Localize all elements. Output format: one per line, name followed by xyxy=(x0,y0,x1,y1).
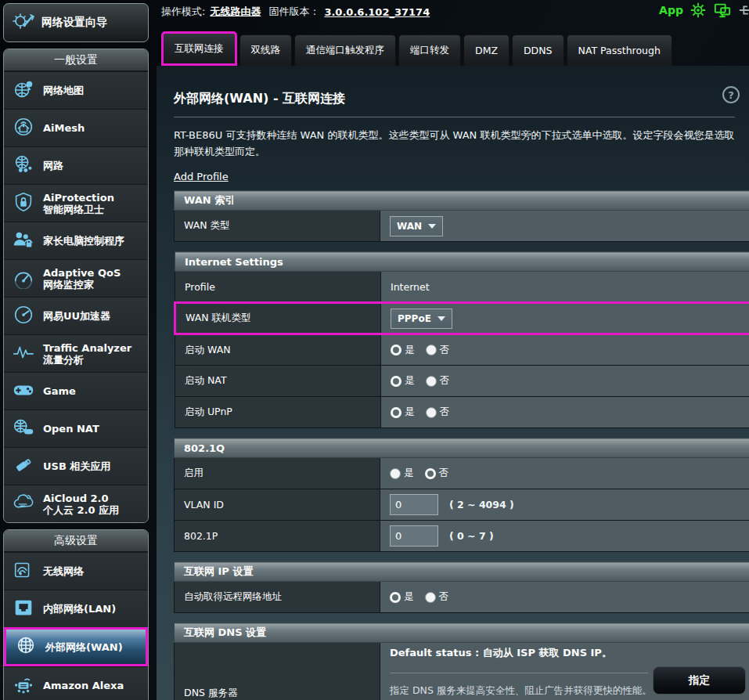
page-description: RT-BE86U 可支持数种连结 WAN 的联机类型。这些类型可从 WAN 联机… xyxy=(174,127,737,160)
profile-value: Internet xyxy=(381,272,749,303)
vlan-id-range-hint: ( 2 ~ 4094 ) xyxy=(449,499,514,511)
radio-selected xyxy=(390,592,401,603)
sidebar-item-lan[interactable]: 内部网络(LAN) xyxy=(4,590,148,627)
sidebar-section-advanced-header: 高级设置 xyxy=(4,530,148,552)
tab-port-trigger[interactable]: 通信端口触发程序 xyxy=(294,34,396,66)
enable-nat-no-option[interactable]: 否 xyxy=(426,374,450,388)
page-title: 外部网络(WAN) - 互联网连接 xyxy=(174,91,743,107)
sidebar-item-label: Game xyxy=(43,385,76,397)
section-header-wan-ip: 互联网 IP 设置 xyxy=(175,562,749,582)
divider xyxy=(390,673,648,673)
enable-nat-yes-option[interactable]: 是 xyxy=(391,374,415,388)
wan-type-selected-value: WAN xyxy=(397,221,422,232)
wan-globe-icon xyxy=(14,633,38,660)
sidebar-item-parental-controls[interactable]: 家长电脑控制程序 xyxy=(4,222,148,259)
sidebar-item-usb-apps[interactable]: USB 相关应用 xyxy=(4,447,148,485)
cloud-icon xyxy=(12,491,35,518)
radio-unselected xyxy=(426,407,437,418)
sidebar-item-aimesh[interactable]: AiMesh xyxy=(4,109,148,146)
enable-upnp-yes-option[interactable]: 是 xyxy=(391,406,415,419)
operation-mode-link[interactable]: 无线路由器 xyxy=(210,5,261,19)
app-link[interactable]: App xyxy=(659,4,683,16)
dot1q-table: 802.1Q 启用 是 否 VLAN ID ( 2 ~ 4094 ) xyxy=(174,438,749,552)
sidebar-item-aicloud[interactable]: AiCloud 2.0个人云 2.0 应用 xyxy=(4,485,148,522)
sidebar-item-label: 家长电脑控制程序 xyxy=(43,235,124,247)
tab-dual-wan[interactable]: 双线路 xyxy=(239,34,293,66)
parental-controls-icon xyxy=(12,228,35,254)
firmware-version-link[interactable]: 3.0.0.6.102_37174 xyxy=(324,6,430,18)
radio-unselected xyxy=(426,376,437,387)
sidebar-item-uu-accelerator[interactable]: 网易UU加速器 xyxy=(4,297,148,334)
wan-type-dropdown[interactable]: WAN xyxy=(390,216,443,236)
wan-connection-type-dropdown[interactable]: PPPoE xyxy=(391,309,452,329)
tab-ddns[interactable]: DDNS xyxy=(512,34,564,66)
add-profile-link[interactable]: Add Profile xyxy=(174,171,229,182)
dot1q-no-option[interactable]: 否 xyxy=(425,467,449,480)
sidebar-item-network-map[interactable]: 网络地图 xyxy=(4,71,148,109)
enable-upnp-no-option[interactable]: 否 xyxy=(426,406,450,419)
sidebar-item-wireless[interactable]: 无线网络 xyxy=(4,552,148,590)
dot1q-enable-radio-group: 是 否 xyxy=(390,467,741,480)
section-header-internet-settings: Internet Settings xyxy=(175,252,749,272)
sidebar-group-general: 一般设置 网络地图 AiMesh 网路 AiProtection智能网络卫士 家… xyxy=(3,49,149,523)
open-nat-icon xyxy=(12,416,35,442)
alexa-device-icon xyxy=(12,673,35,699)
lan-port-icon xyxy=(12,596,35,622)
tab-dmz[interactable]: DMZ xyxy=(463,34,510,66)
auto-ip-label: 自动取得远程网络地址 xyxy=(175,582,380,613)
setup-wizard-icon xyxy=(10,9,35,37)
sidebar-item-label: AiMesh xyxy=(43,122,85,134)
dot1p-label: 802.1P xyxy=(175,521,380,552)
tab-nat-passthrough[interactable]: NAT Passthrough xyxy=(567,34,672,66)
sidebar-item-wan[interactable]: 外部网络(WAN) xyxy=(4,627,148,666)
auto-ip-yes-option[interactable]: 是 xyxy=(390,590,414,604)
sidebar-item-aiprotection[interactable]: AiProtection智能网络卫士 xyxy=(4,184,148,222)
wireless-icon xyxy=(12,558,35,585)
sidebar-item-adaptive-qos[interactable]: Adaptive QoS网络监控家 xyxy=(4,259,148,297)
auto-ip-radio-group: 是 否 xyxy=(390,590,741,604)
section-header-wan-dns: 互联网 DNS 设置 xyxy=(175,623,749,643)
section-header-8021q: 802.1Q xyxy=(175,438,749,458)
enable-wan-label: 启动 WAN xyxy=(175,334,381,366)
sidebar-item-label: AiProtection智能网络卫士 xyxy=(43,192,114,215)
dns-default-status: Default status : 自动从 ISP 获取 DNS IP。 xyxy=(390,646,741,660)
enable-wan-radio-group: 是 否 xyxy=(391,344,740,357)
radio-unselected xyxy=(390,468,401,479)
sidebar: 网络设置向导 一般设置 网络地图 AiMesh 网路 AiProtection智… xyxy=(3,3,149,700)
network-map-icon xyxy=(12,78,35,104)
sidebar-item-traffic-analyzer[interactable]: Traffic Analyzer流量分析 xyxy=(4,334,148,372)
sidebar-item-amazon-alexa[interactable]: Amazon Alexa xyxy=(4,666,148,700)
sidebar-section-general-header: 一般设置 xyxy=(4,49,148,71)
usb-drive-icon xyxy=(12,453,35,480)
traffic-analyzer-icon xyxy=(12,341,35,367)
sidebar-item-label: 内部网络(LAN) xyxy=(43,603,116,615)
gear-icon[interactable] xyxy=(690,2,707,19)
sidebar-item-label: 无线网络 xyxy=(43,565,84,577)
help-icon[interactable]: ? xyxy=(722,86,740,103)
tab-internet-connection[interactable]: 互联网连接 xyxy=(161,31,237,66)
radio-selected xyxy=(391,407,402,418)
dot1q-yes-option[interactable]: 是 xyxy=(390,467,414,480)
enable-wan-yes-option[interactable]: 是 xyxy=(391,344,415,357)
sidebar-item-open-nat[interactable]: Open NAT xyxy=(4,410,148,447)
client-devices-icon[interactable] xyxy=(713,2,732,19)
vlan-id-input[interactable] xyxy=(390,494,438,515)
sidebar-item-label: 网路 xyxy=(43,160,63,171)
sidebar-item-quick-setup-wizard[interactable]: 网络设置向导 xyxy=(3,3,149,42)
enable-nat-label: 启动 NAT xyxy=(175,366,381,397)
enable-wan-no-option[interactable]: 否 xyxy=(426,344,450,357)
internet-settings-table: Internet Settings Profile Internet WAN 联… xyxy=(174,251,749,428)
usb-icon[interactable] xyxy=(738,2,749,19)
sidebar-item-label: Amazon Alexa xyxy=(43,680,124,691)
sidebar-item-label: 网络设置向导 xyxy=(41,16,107,30)
dns-assign-button[interactable]: 指定 xyxy=(653,666,746,695)
firmware-label: 固件版本： xyxy=(268,5,319,19)
sidebar-item-label: AiCloud 2.0个人云 2.0 应用 xyxy=(43,493,119,516)
dot1p-input[interactable] xyxy=(390,525,438,547)
auto-ip-no-option[interactable]: 否 xyxy=(425,590,449,604)
sidebar-item-game[interactable]: Game xyxy=(4,372,148,410)
sidebar-item-network[interactable]: 网路 xyxy=(4,146,148,184)
sidebar-item-label: USB 相关应用 xyxy=(43,460,110,472)
tab-port-forwarding[interactable]: 端口转发 xyxy=(398,34,461,66)
dns-server-label: DNS 服务器 xyxy=(175,643,380,700)
